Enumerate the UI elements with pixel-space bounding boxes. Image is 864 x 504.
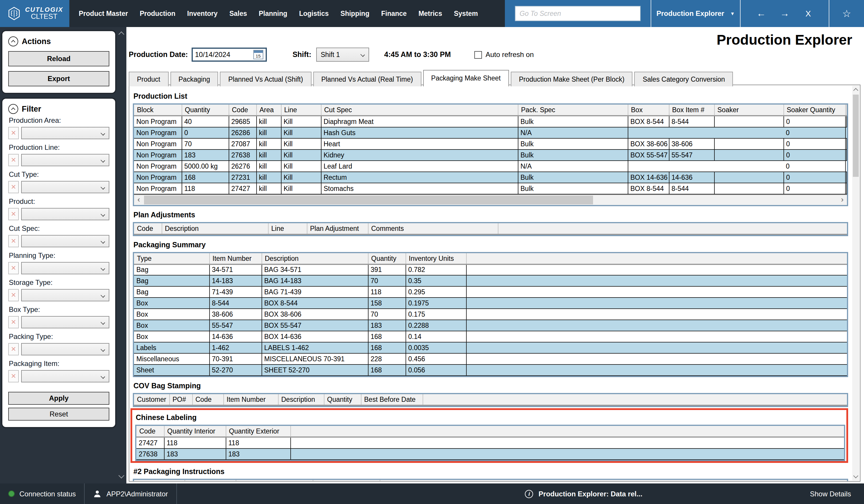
table-row[interactable]: Non Program5000.00 kg26276killKillLeaf L…	[134, 160, 847, 172]
filter-dropdown[interactable]	[21, 343, 109, 355]
filter-dropdown[interactable]	[21, 262, 109, 274]
menu-item[interactable]: Logistics	[293, 10, 335, 17]
filter-dropdown[interactable]	[21, 154, 109, 166]
cell: Kidney	[321, 149, 518, 160]
table-row[interactable]: 27427118118	[136, 437, 844, 448]
clear-filter-button[interactable]: ✕	[8, 262, 19, 274]
table-row[interactable]: Box55-547BOX 55-5471830.2288	[134, 320, 847, 331]
scroll-up-icon[interactable]	[118, 32, 124, 37]
menu-item[interactable]: Metrics	[412, 10, 448, 17]
collapse-filter-icon[interactable]	[8, 104, 18, 114]
table-row[interactable]: Bag71-439BAG 71-4391180.295	[134, 286, 847, 297]
filter-dropdown[interactable]	[21, 235, 109, 247]
cell: Non Program	[134, 172, 182, 183]
clear-filter-button[interactable]: ✕	[8, 316, 19, 328]
filter-dropdown[interactable]	[21, 289, 109, 302]
cell: 0.14	[406, 331, 466, 342]
table-row[interactable]: Non Program16827231killKillRectumBulkBOX…	[134, 172, 847, 183]
table-row[interactable]: Non Program026286killKillHash GutsN/A0	[134, 127, 847, 138]
column-header: Inventory Units	[406, 253, 466, 264]
scrollbar-thumb[interactable]	[144, 195, 593, 204]
cell: 27427	[136, 437, 164, 448]
production-date-input[interactable]: 10/14/2024 15	[191, 48, 266, 62]
scroll-down-icon[interactable]	[853, 474, 859, 478]
menu-item[interactable]: Finance	[375, 10, 412, 17]
scroll-left-icon[interactable]: ‹	[134, 195, 143, 205]
navigate-back-button[interactable]: ←	[749, 8, 773, 19]
menu-item[interactable]: Sales	[223, 10, 253, 17]
table-row[interactable]: Bag34-571BAG 34-5713910.782	[134, 264, 847, 275]
calendar-icon[interactable]: 15	[253, 50, 263, 59]
filter-dropdown[interactable]	[21, 208, 109, 220]
tab[interactable]: Packaging Make Sheet	[423, 70, 509, 86]
cell: Box	[134, 320, 209, 331]
clear-filter-button[interactable]: ✕	[8, 235, 19, 247]
cell: Kill	[281, 160, 321, 172]
go-to-screen-input[interactable]	[515, 6, 641, 21]
tab[interactable]: Planned Vs Actual (Real Time)	[313, 72, 421, 86]
apply-button[interactable]: Apply	[8, 392, 109, 405]
reset-button[interactable]: Reset	[8, 408, 109, 421]
clear-filter-button[interactable]: ✕	[8, 370, 19, 382]
scrollbar-thumb[interactable]	[853, 95, 859, 177]
shift-dropdown[interactable]: Shift 1	[316, 48, 369, 62]
tab[interactable]: Planned Vs Actual (Shift)	[220, 72, 311, 86]
control-row: Production Date: 10/14/2024 15 Shift: Sh…	[129, 47, 534, 62]
menu-item[interactable]: Planning	[253, 10, 293, 17]
table-row[interactable]: Bag14-183BAG 14-183700.35	[134, 275, 847, 286]
table-row[interactable]: Non Program11827427killKillStomachsBulkB…	[134, 183, 847, 194]
filter-dropdown[interactable]	[21, 127, 109, 139]
table-row[interactable]: Box8-544BOX 8-5441580.1975	[134, 297, 847, 309]
close-screen-button[interactable]: X	[796, 9, 820, 18]
table-row[interactable]: Non Program7027087killKillHeartBulkBOX 3…	[134, 138, 847, 149]
tab[interactable]: Sales Category Conversion	[635, 72, 733, 86]
table-row[interactable]: Labels1-462LABELS 1-4621680.0035	[134, 342, 847, 353]
filter-dropdown[interactable]	[21, 181, 109, 193]
table-row[interactable]: Non Program18327638killKillKidneyBulkBOX…	[134, 149, 847, 160]
actions-panel-title: Actions	[22, 37, 51, 46]
tab[interactable]: Product	[129, 72, 168, 86]
column-header: Description	[161, 223, 268, 234]
menu-item[interactable]: Shipping	[335, 10, 375, 17]
clear-filter-button[interactable]: ✕	[8, 343, 19, 355]
navigate-forward-button[interactable]: →	[773, 8, 796, 19]
tab[interactable]: Packaging	[170, 72, 218, 86]
table-row[interactable]: Box14-636BOX 14-6361680.14	[134, 331, 847, 342]
auto-refresh-checkbox[interactable]	[474, 51, 482, 59]
scroll-up-icon[interactable]	[853, 88, 859, 93]
cell	[669, 127, 714, 138]
clear-filter-button[interactable]: ✕	[8, 154, 19, 166]
collapse-actions-icon[interactable]	[8, 36, 18, 46]
filter-dropdown[interactable]	[21, 370, 109, 382]
column-header: Block	[134, 105, 182, 116]
column-header: Code	[229, 105, 256, 116]
table-row[interactable]: Miscellaneous70-391MISCELLANEOUS 70-3912…	[134, 353, 847, 365]
show-details-link[interactable]: Show Details	[810, 490, 851, 498]
tab[interactable]: Production Make Sheet (Per Block)	[511, 72, 633, 86]
menu-item[interactable]: Product Master	[73, 10, 134, 17]
menu-item[interactable]: Production	[134, 10, 181, 17]
filter-dropdown[interactable]	[21, 316, 109, 328]
menu-item[interactable]: Inventory	[181, 10, 224, 17]
scroll-right-icon[interactable]: ›	[838, 195, 847, 205]
scroll-down-icon[interactable]	[118, 472, 124, 478]
clear-filter-button[interactable]: ✕	[8, 289, 19, 302]
column-header: Type	[134, 480, 184, 482]
clear-filter-button[interactable]: ✕	[8, 181, 19, 193]
clear-filter-button[interactable]: ✕	[8, 208, 19, 220]
table-row[interactable]: Sheet52-270SHEET 52-2701680.056	[134, 365, 847, 376]
reload-button[interactable]: Reload	[8, 51, 109, 66]
table-row[interactable]: Box38-606BOX 38-606700.175	[134, 309, 847, 320]
table-row[interactable]: Non Program4029685killKillDiaphragm Meat…	[134, 116, 847, 127]
table-row[interactable]: 27638183183	[136, 448, 844, 459]
sidebar-scrollbar[interactable]	[118, 29, 124, 481]
vertical-scrollbar[interactable]	[852, 86, 859, 480]
menu-item[interactable]: System	[448, 10, 484, 17]
screen-selector[interactable]: Production Explorer ▼	[651, 0, 740, 27]
horizontal-scrollbar[interactable]: ‹ ›	[134, 194, 847, 205]
clear-filter-button[interactable]: ✕	[8, 127, 19, 139]
export-button[interactable]: Export	[8, 71, 109, 86]
status-message[interactable]: i Production Explorer: Data rel...	[525, 490, 643, 498]
cell: kill	[256, 160, 281, 172]
favorite-star-icon[interactable]: ☆	[842, 7, 851, 20]
